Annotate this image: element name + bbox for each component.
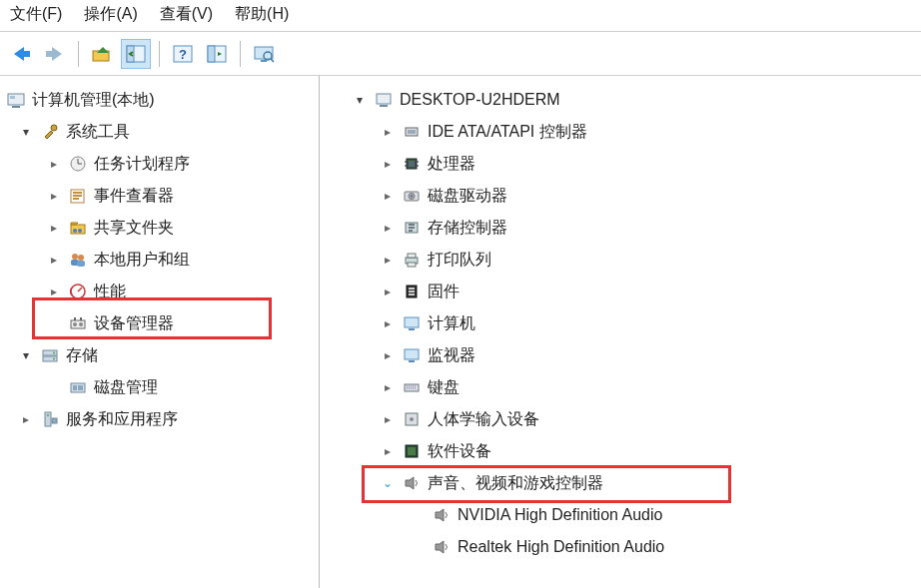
svg-rect-66 — [409, 294, 415, 295]
chevron-right-icon[interactable]: ▸ — [380, 188, 396, 204]
hid-icon — [402, 409, 422, 429]
svg-rect-70 — [409, 360, 415, 362]
chevron-down-icon[interactable]: ▾ — [352, 92, 368, 108]
chevron-right-icon[interactable]: ▸ — [380, 411, 396, 427]
tree-task-scheduler[interactable]: ▸ 任务计划程序 — [0, 148, 319, 180]
device-storage-controllers[interactable]: ▸ 存储控制器 — [320, 212, 921, 244]
help-button[interactable]: ? — [168, 39, 198, 69]
tree-label: 打印队列 — [428, 250, 491, 271]
device-nvidia-audio[interactable]: NVIDIA High Definition Audio — [320, 499, 921, 531]
menu-help[interactable]: 帮助(H) — [235, 4, 289, 25]
tree-label: 计算机管理(本地) — [32, 90, 155, 111]
up-folder-button[interactable] — [87, 39, 117, 69]
tree-label: 处理器 — [428, 154, 475, 175]
computer-icon — [374, 90, 394, 110]
svg-rect-42 — [78, 385, 83, 390]
device-realtek-audio[interactable]: Realtek High Definition Audio — [320, 531, 921, 563]
svg-point-23 — [73, 229, 77, 233]
tree-local-users[interactable]: ▸ 本地用户和组 — [0, 244, 319, 276]
svg-point-33 — [79, 322, 83, 326]
chevron-right-icon[interactable]: ▸ — [46, 284, 62, 299]
device-computer[interactable]: ▸ 计算机 — [320, 307, 921, 339]
tree-label: 软件设备 — [428, 441, 491, 462]
tree-system-tools[interactable]: ▾ 系统工具 — [0, 116, 319, 148]
chevron-down-icon[interactable]: ⌄ — [380, 475, 396, 491]
main-area: 计算机管理(本地) ▾ 系统工具 ▸ 任务计划程序 ▸ 事件查看器 ▸ — [0, 76, 921, 588]
scan-button[interactable] — [249, 39, 279, 69]
chevron-right-icon[interactable]: ▸ — [380, 156, 396, 172]
chevron-right-icon[interactable]: ▸ — [380, 379, 396, 395]
tree-storage[interactable]: ▾ 存储 — [0, 339, 319, 371]
nav-back-button[interactable] — [6, 39, 36, 69]
svg-rect-69 — [405, 349, 419, 359]
svg-rect-61 — [408, 254, 416, 258]
panel-view-button[interactable] — [121, 39, 151, 69]
menu-action[interactable]: 操作(A) — [84, 4, 137, 25]
tree-label: 存储控制器 — [428, 218, 507, 239]
tree-shared-folders[interactable]: ▸ 共享文件夹 — [0, 212, 319, 244]
svg-rect-19 — [73, 192, 82, 194]
nav-forward-button[interactable] — [40, 39, 70, 69]
svg-rect-51 — [409, 161, 415, 167]
arrow-right-icon — [44, 43, 66, 65]
chevron-right-icon[interactable]: ▸ — [18, 411, 34, 427]
device-processors[interactable]: ▸ 处理器 — [320, 148, 921, 180]
svg-rect-49 — [408, 130, 416, 134]
chevron-down-icon[interactable]: ▾ — [18, 124, 34, 140]
svg-point-27 — [78, 255, 84, 261]
svg-rect-44 — [52, 418, 57, 423]
device-software[interactable]: ▸ 软件设备 — [320, 435, 921, 467]
device-disk-drives[interactable]: ▸ 磁盘驱动器 — [320, 180, 921, 212]
monitor-icon — [402, 345, 422, 365]
help-icon: ? — [172, 43, 194, 65]
chevron-right-icon[interactable]: ▸ — [380, 124, 396, 140]
tree-label: DESKTOP-U2HDERM — [400, 91, 560, 109]
device-firmware[interactable]: ▸ 固件 — [320, 276, 921, 307]
tree-label: Realtek High Definition Audio — [458, 538, 664, 556]
tree-device-manager[interactable]: 设备管理器 — [0, 307, 319, 339]
tree-label: 键盘 — [428, 377, 460, 398]
svg-rect-68 — [409, 328, 415, 330]
menu-file[interactable]: 文件(F) — [10, 4, 62, 25]
tree-disk-management[interactable]: 磁盘管理 — [0, 371, 319, 403]
device-root[interactable]: ▾ DESKTOP-U2HDERM — [320, 84, 921, 116]
device-monitors[interactable]: ▸ 监视器 — [320, 339, 921, 371]
device-ide[interactable]: ▸ IDE ATA/ATAPI 控制器 — [320, 116, 921, 148]
tree-label: 任务计划程序 — [94, 154, 190, 175]
chevron-right-icon[interactable]: ▸ — [380, 315, 396, 331]
device-keyboards[interactable]: ▸ 键盘 — [320, 371, 921, 403]
svg-rect-13 — [10, 96, 15, 99]
device-print-queues[interactable]: ▸ 打印队列 — [320, 244, 921, 276]
svg-point-45 — [47, 414, 49, 416]
chevron-down-icon[interactable]: ▾ — [18, 347, 34, 363]
svg-rect-47 — [380, 105, 388, 107]
speaker-icon — [432, 537, 452, 557]
refresh-button[interactable] — [202, 39, 232, 69]
chevron-right-icon[interactable]: ▸ — [380, 220, 396, 236]
tree-performance[interactable]: ▸ 性能 — [0, 276, 319, 307]
tree-event-viewer[interactable]: ▸ 事件查看器 — [0, 180, 319, 212]
device-sound[interactable]: ⌄ 声音、视频和游戏控制器 — [320, 467, 921, 499]
disk-drive-icon — [402, 186, 422, 206]
tree-root-computer-management[interactable]: 计算机管理(本地) — [0, 84, 319, 116]
firmware-icon — [402, 282, 422, 301]
chevron-right-icon[interactable]: ▸ — [380, 252, 396, 268]
tree-label: 系统工具 — [66, 122, 130, 143]
chevron-right-icon[interactable]: ▸ — [46, 252, 62, 268]
tree-services-apps[interactable]: ▸ 服务和应用程序 — [0, 403, 319, 435]
chevron-right-icon[interactable]: ▸ — [46, 156, 62, 172]
chevron-right-icon[interactable]: ▸ — [380, 284, 396, 299]
device-hid[interactable]: ▸ 人体学输入设备 — [320, 403, 921, 435]
services-icon — [40, 409, 60, 429]
speaker-icon — [432, 505, 452, 525]
software-devices-icon — [402, 441, 422, 461]
chevron-right-icon[interactable]: ▸ — [46, 220, 62, 236]
chevron-right-icon[interactable]: ▸ — [380, 443, 396, 459]
svg-line-10 — [271, 59, 274, 62]
right-panel: ▾ DESKTOP-U2HDERM ▸ IDE ATA/ATAPI 控制器 ▸ … — [320, 76, 921, 588]
menu-view[interactable]: 查看(V) — [160, 4, 213, 25]
chevron-right-icon[interactable]: ▸ — [46, 188, 62, 204]
performance-icon — [68, 282, 88, 301]
chevron-right-icon[interactable]: ▸ — [380, 347, 396, 363]
tree-label: 性能 — [94, 282, 126, 302]
